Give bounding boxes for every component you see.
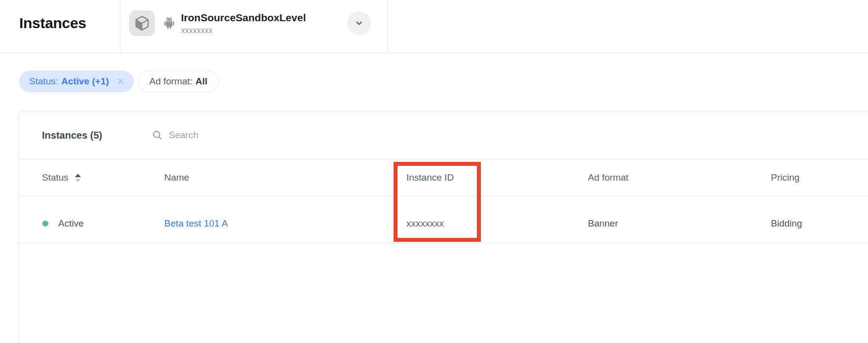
filter-label: Status: <box>29 76 58 87</box>
sort-icon[interactable] <box>75 174 81 182</box>
table-header-row: Status Name Instance ID Ad format Pricin… <box>19 159 868 196</box>
status-cell: Active <box>42 196 84 243</box>
android-icon <box>162 16 177 31</box>
card-title: Instances (5) <box>42 130 152 141</box>
app-name: IronSourceSandboxLevel <box>181 11 306 24</box>
sort-desc-arrow <box>75 179 81 182</box>
table-row: Active Beta test 101 A xxxxxxxx Banner B… <box>19 196 868 243</box>
sort-asc-arrow <box>75 174 81 177</box>
card-toolbar: Instances (5) <box>19 112 868 159</box>
filter-bar: Status: Active (+1) ✕ Ad format: All <box>19 71 219 92</box>
search-box <box>152 130 326 141</box>
column-header-ad-format: Ad format <box>588 159 628 196</box>
instances-card: Instances (5) Status Name <box>19 111 868 343</box>
top-header: Instances <box>0 0 868 53</box>
status-text: Active <box>58 218 84 229</box>
app-key: xxxxxxxx <box>181 26 306 35</box>
chevron-down-icon <box>355 19 363 28</box>
column-header-instance-id: Instance ID <box>406 159 454 196</box>
page-title-section: Instances <box>0 0 120 52</box>
app-meta: IronSourceSandboxLevel xxxxxxxx <box>181 11 306 35</box>
search-input[interactable] <box>169 130 326 141</box>
filter-value: All <box>195 76 207 87</box>
app-selector[interactable]: IronSourceSandboxLevel xxxxxxxx <box>120 0 388 52</box>
filter-value: Active (+1) <box>61 76 109 87</box>
app-cube-icon <box>129 10 155 36</box>
column-header-pricing: Pricing <box>771 159 799 196</box>
page-title: Instances <box>19 15 86 32</box>
filter-chip-status[interactable]: Status: Active (+1) ✕ <box>19 71 134 92</box>
ad-format-cell: Banner <box>588 196 618 243</box>
column-header-status[interactable]: Status <box>42 159 81 196</box>
column-header-name: Name <box>164 159 189 196</box>
filter-label: Ad format: <box>149 76 193 87</box>
app-selector-expand-button[interactable] <box>347 11 371 35</box>
instances-page: Instances <box>0 0 868 343</box>
filter-chip-ad-format[interactable]: Ad format: All <box>138 71 219 92</box>
pricing-cell: Bidding <box>771 196 802 243</box>
search-icon <box>152 130 163 141</box>
status-active-dot <box>42 221 48 227</box>
name-cell: Beta test 101 A <box>164 196 228 243</box>
instance-id-cell: xxxxxxxx <box>406 196 444 243</box>
instance-name-link[interactable]: Beta test 101 A <box>164 218 228 229</box>
remove-filter-icon[interactable]: ✕ <box>117 77 125 86</box>
